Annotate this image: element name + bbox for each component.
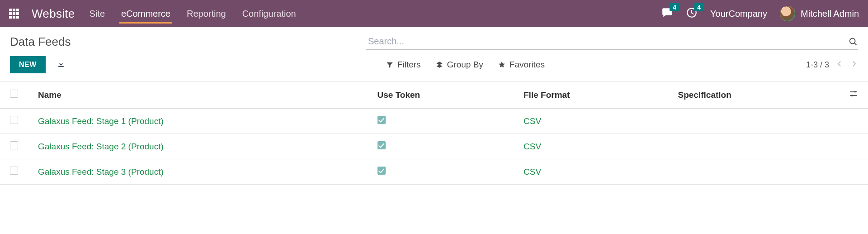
- table-row[interactable]: Galaxus Feed: Stage 1 (Product)CSV: [0, 108, 868, 134]
- activities-button[interactable]: 4: [686, 7, 698, 20]
- filters-button[interactable]: Filters: [386, 60, 421, 70]
- layers-icon: [435, 61, 443, 69]
- cell-specification[interactable]: [668, 134, 839, 159]
- cell-file-format[interactable]: CSV: [514, 159, 668, 185]
- cell-file-format[interactable]: CSV: [514, 134, 668, 159]
- cell-name[interactable]: Galaxus Feed: Stage 2 (Product): [28, 134, 368, 159]
- cell-name[interactable]: Galaxus Feed: Stage 1 (Product): [28, 108, 368, 134]
- row-checkbox[interactable]: [10, 167, 18, 175]
- user-name: Mitchell Admin: [801, 9, 859, 19]
- use-token-checkbox[interactable]: [377, 167, 386, 175]
- search-options: Filters Group By Favorites: [327, 60, 545, 70]
- nav-item-configuration[interactable]: Configuration: [241, 1, 298, 26]
- search-input[interactable]: [366, 33, 848, 49]
- navbar-left: Website Site eCommerce Reporting Configu…: [9, 1, 298, 26]
- messages-button[interactable]: 4: [661, 7, 673, 20]
- company-switcher[interactable]: YourCompany: [710, 9, 767, 19]
- search-bar[interactable]: [366, 33, 858, 50]
- cell-use-token: [368, 159, 514, 185]
- cell-use-token: [368, 134, 514, 159]
- data-feeds-table: Name Use Token File Format Specification…: [0, 81, 868, 185]
- pager: 1-3 / 3: [806, 60, 858, 70]
- nav-item-site[interactable]: Site: [88, 1, 107, 26]
- messages-badge: 4: [670, 3, 679, 11]
- pager-value[interactable]: 1-3 / 3: [806, 60, 829, 70]
- app-brand[interactable]: Website: [32, 7, 75, 21]
- cell-name[interactable]: Galaxus Feed: Stage 3 (Product): [28, 159, 368, 185]
- groupby-button[interactable]: Group By: [435, 60, 483, 70]
- svg-point-0: [850, 38, 855, 43]
- user-menu[interactable]: Mitchell Admin: [780, 6, 859, 21]
- svg-point-2: [854, 91, 856, 93]
- cell-use-token: [368, 108, 514, 134]
- activities-badge: 4: [694, 3, 704, 11]
- select-all-checkbox[interactable]: [10, 90, 18, 98]
- chevron-left-icon: [835, 60, 844, 68]
- pager-next[interactable]: [850, 60, 858, 70]
- cell-specification[interactable]: [668, 108, 839, 134]
- control-panel: Data Feeds NEW Filters Group By Favorite…: [0, 27, 868, 77]
- nav-item-ecommerce[interactable]: eCommerce: [119, 1, 172, 26]
- svg-point-3: [851, 95, 853, 96]
- export-button[interactable]: [57, 59, 66, 70]
- sliders-icon: [849, 89, 858, 98]
- svg-line-1: [854, 43, 856, 44]
- search-icon[interactable]: [848, 37, 858, 47]
- favorites-button[interactable]: Favorites: [498, 60, 545, 70]
- cell-file-format[interactable]: CSV: [514, 108, 668, 134]
- row-checkbox[interactable]: [10, 116, 18, 124]
- download-icon: [57, 59, 66, 68]
- favorites-label: Favorites: [509, 60, 545, 70]
- cell-specification[interactable]: [668, 159, 839, 185]
- apps-launcher-icon[interactable]: [9, 9, 19, 19]
- groupby-label: Group By: [447, 60, 483, 70]
- row-checkbox[interactable]: [10, 141, 18, 149]
- nav-item-reporting[interactable]: Reporting: [185, 1, 228, 26]
- optional-columns-button[interactable]: [849, 91, 858, 100]
- star-icon: [498, 61, 506, 69]
- navbar-right: 4 4 YourCompany Mitchell Admin: [661, 6, 859, 21]
- col-header-specification[interactable]: Specification: [668, 82, 839, 109]
- table-row[interactable]: Galaxus Feed: Stage 2 (Product)CSV: [0, 134, 868, 159]
- new-button[interactable]: NEW: [10, 56, 46, 73]
- table-header-row: Name Use Token File Format Specification: [0, 82, 868, 109]
- avatar: [780, 6, 795, 21]
- funnel-icon: [386, 61, 394, 69]
- use-token-checkbox[interactable]: [377, 141, 386, 149]
- chevron-right-icon: [850, 60, 858, 68]
- pager-prev[interactable]: [835, 60, 844, 70]
- page-title: Data Feeds: [10, 35, 71, 49]
- filters-label: Filters: [397, 60, 421, 70]
- col-header-name[interactable]: Name: [28, 82, 368, 109]
- col-header-file-format[interactable]: File Format: [514, 82, 668, 109]
- col-header-use-token[interactable]: Use Token: [368, 82, 514, 109]
- table-row[interactable]: Galaxus Feed: Stage 3 (Product)CSV: [0, 159, 868, 185]
- top-navbar: Website Site eCommerce Reporting Configu…: [0, 0, 868, 27]
- use-token-checkbox[interactable]: [377, 116, 386, 124]
